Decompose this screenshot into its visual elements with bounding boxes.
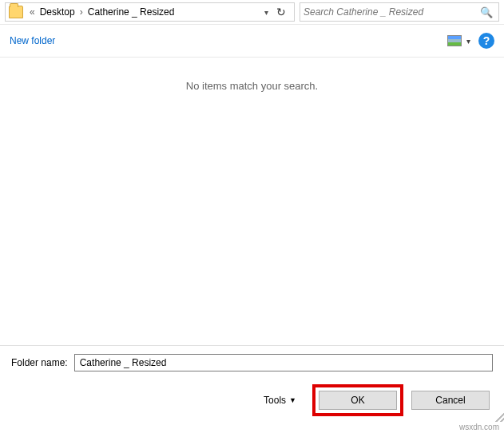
- search-box[interactable]: 🔍: [300, 2, 499, 22]
- search-input[interactable]: [304, 6, 478, 18]
- search-icon[interactable]: 🔍: [478, 6, 495, 18]
- new-folder-link[interactable]: New folder: [10, 35, 55, 46]
- folder-name-input[interactable]: [74, 354, 493, 371]
- ok-highlight-box: OK: [312, 384, 403, 416]
- ok-button[interactable]: OK: [319, 391, 397, 410]
- bottom-panel: Folder name: Tools ▼ OK Cancel: [0, 345, 504, 426]
- empty-message: No items match your search.: [186, 80, 318, 92]
- chevron-down-icon: ▾: [466, 37, 470, 46]
- view-options-button[interactable]: ▾: [447, 35, 470, 46]
- breadcrumb-separator: ›: [77, 6, 86, 18]
- address-search-bar: « Desktop › Catherine _ Resized ▾ ↻ 🔍: [0, 0, 504, 25]
- chevron-down-icon: ▼: [289, 396, 296, 404]
- watermark: wsxdn.com: [459, 423, 499, 431]
- breadcrumb-segment[interactable]: Desktop: [38, 6, 77, 18]
- breadcrumb-segment[interactable]: Catherine _ Resized: [86, 6, 177, 18]
- file-list-area: No items match your search.: [0, 58, 504, 345]
- tools-label: Tools: [264, 395, 286, 406]
- refresh-icon[interactable]: ↻: [273, 6, 289, 18]
- chevron-down-icon[interactable]: ▾: [264, 8, 268, 17]
- breadcrumb-prefix: «: [26, 6, 38, 18]
- help-icon[interactable]: ?: [478, 33, 494, 49]
- command-bar: New folder ▾ ?: [0, 25, 504, 58]
- folder-icon: [9, 6, 23, 18]
- folder-name-label: Folder name:: [11, 357, 68, 368]
- breadcrumb[interactable]: « Desktop › Catherine _ Resized ▾ ↻: [5, 2, 295, 22]
- picture-icon: [447, 35, 462, 46]
- resize-grip[interactable]: [493, 411, 504, 422]
- cancel-button[interactable]: Cancel: [411, 391, 490, 410]
- tools-menu[interactable]: Tools ▼: [264, 395, 296, 406]
